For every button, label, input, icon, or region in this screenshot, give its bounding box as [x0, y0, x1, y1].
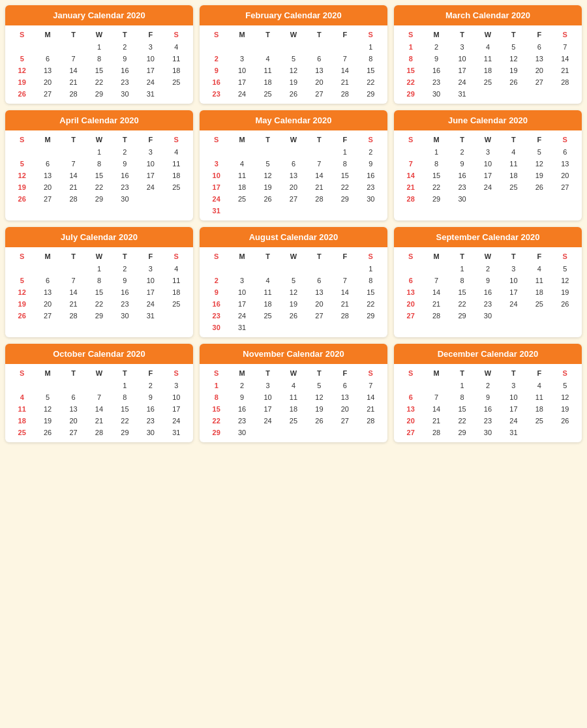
day-cell: 15 [112, 403, 138, 415]
day-cell: 8 [449, 391, 475, 403]
day-header-T-11: T [501, 367, 526, 380]
day-cell [475, 193, 500, 205]
day-cell: 21 [61, 76, 86, 88]
day-cell: 25 [164, 181, 189, 193]
day-cell: 17 [164, 403, 189, 415]
day-cell: 7 [86, 391, 112, 403]
day-cell: 14 [332, 286, 357, 298]
day-cell: 6 [35, 275, 60, 286]
day-cell [280, 427, 306, 438]
day-header-S-6: S [164, 250, 189, 263]
day-cell: 4 [164, 41, 189, 53]
day-cell: 20 [280, 181, 306, 193]
day-cell: 28 [552, 76, 578, 88]
day-cell: 31 [229, 322, 254, 333]
day-header-T-7: T [307, 250, 332, 263]
day-cell: 1 [449, 263, 475, 275]
day-header-W-7: W [280, 250, 306, 263]
day-cell: 27 [398, 427, 423, 438]
day-header-F-4: F [332, 133, 357, 146]
calendar-body-7: SMTWTFS 12345678910111213141516171819202… [5, 247, 193, 326]
day-header-S-9: S [9, 367, 35, 380]
day-cell: 24 [203, 193, 229, 205]
day-cell: 17 [138, 170, 163, 181]
day-cell: 24 [501, 298, 526, 310]
day-cell: 9 [112, 158, 138, 170]
day-cell: 1 [86, 263, 112, 275]
day-cell: 4 [164, 146, 189, 158]
day-cell: 14 [61, 286, 86, 298]
day-cell: 5 [9, 53, 35, 65]
day-header-F-9: F [138, 367, 163, 380]
day-cell: 26 [307, 415, 332, 427]
day-cell: 29 [423, 193, 449, 205]
day-cell: 18 [255, 76, 280, 88]
day-cell: 26 [552, 415, 578, 427]
day-cell: 3 [255, 380, 280, 391]
day-cell: 5 [280, 275, 306, 286]
day-cell: 14 [552, 53, 578, 65]
day-cell: 31 [138, 88, 163, 100]
day-cell: 24 [255, 415, 280, 427]
day-cell: 29 [332, 193, 357, 205]
day-cell: 12 [9, 286, 35, 298]
day-cell: 19 [552, 403, 578, 415]
day-cell: 6 [35, 53, 60, 65]
day-cell: 16 [138, 403, 163, 415]
day-cell: 11 [164, 158, 189, 170]
day-header-S-11: S [398, 367, 423, 380]
day-cell: 24 [501, 415, 526, 427]
day-cell: 15 [332, 170, 357, 181]
day-header-S-3: S [164, 133, 189, 146]
day-cell: 28 [423, 427, 449, 438]
day-cell: 19 [552, 286, 578, 298]
day-cell: 26 [9, 193, 35, 205]
day-cell [164, 310, 189, 322]
calendar-body-1: SMTWTFS 12345678910111213141516171819202… [5, 25, 193, 104]
day-cell: 30 [449, 193, 475, 205]
day-cell: 18 [526, 403, 552, 415]
day-header-S-5: S [552, 133, 578, 146]
day-cell [203, 146, 229, 158]
day-cell: 12 [280, 286, 306, 298]
day-cell: 10 [138, 275, 163, 286]
day-cell [229, 146, 254, 158]
day-cell: 7 [307, 158, 332, 170]
day-cell: 20 [35, 181, 60, 193]
day-cell: 22 [449, 298, 475, 310]
day-cell: 11 [526, 391, 552, 403]
day-cell [61, 380, 86, 391]
day-cell: 2 [112, 263, 138, 275]
day-cell: 7 [61, 158, 86, 170]
day-cell: 20 [35, 76, 60, 88]
day-cell: 2 [203, 275, 229, 286]
day-cell: 7 [552, 41, 578, 53]
day-cell [229, 263, 254, 275]
day-cell: 14 [61, 65, 86, 76]
day-header-T-1: T [307, 28, 332, 41]
calendar-body-2: SMTWTFS 12345678910111213141516171819202… [200, 25, 387, 104]
day-cell [358, 322, 384, 333]
day-cell: 13 [332, 391, 357, 403]
day-header-S-11: S [552, 367, 578, 380]
day-cell: 14 [358, 391, 384, 403]
day-cell [332, 322, 357, 333]
day-cell: 11 [526, 275, 552, 286]
day-header-M-3: M [35, 133, 60, 146]
day-cell: 10 [501, 391, 526, 403]
day-header-S-6: S [9, 250, 35, 263]
day-cell [307, 322, 332, 333]
day-cell: 19 [9, 181, 35, 193]
day-cell: 17 [501, 286, 526, 298]
day-cell [229, 205, 254, 217]
day-cell: 26 [35, 427, 60, 438]
day-header-W-6: W [86, 250, 112, 263]
day-cell: 18 [280, 403, 306, 415]
day-cell: 6 [332, 380, 357, 391]
day-cell: 19 [501, 65, 526, 76]
calendar-10: October Calendar 2020SMTWTFS 12345678910… [5, 344, 193, 442]
day-cell: 15 [358, 286, 384, 298]
day-cell: 12 [501, 53, 526, 65]
day-cell: 9 [203, 65, 229, 76]
day-cell: 9 [475, 391, 500, 403]
